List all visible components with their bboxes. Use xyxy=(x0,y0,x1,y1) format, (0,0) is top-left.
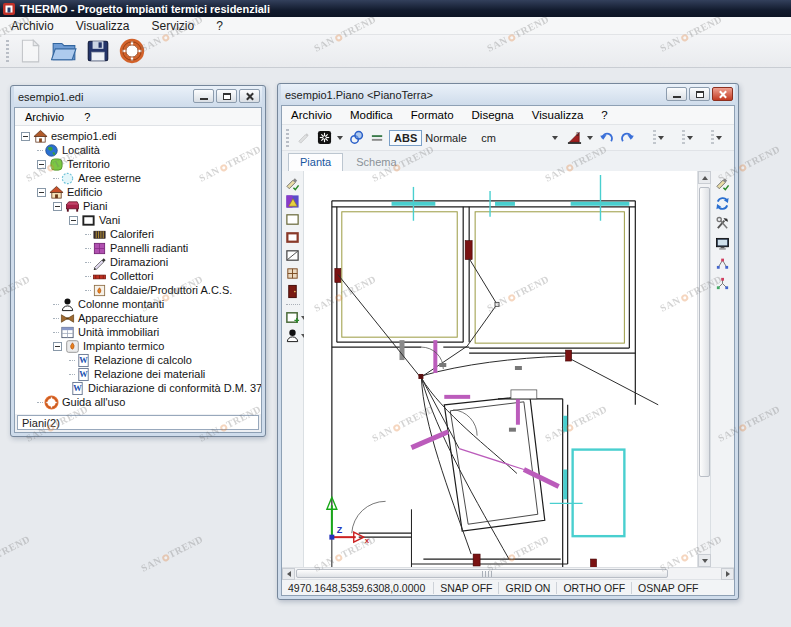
horizontal-scrollbar[interactable] xyxy=(282,567,734,579)
grid-toggle[interactable]: GRID ON xyxy=(498,582,556,594)
horizontal-scroll-thumb[interactable] xyxy=(296,569,668,578)
tree-item[interactable]: Impianto termico xyxy=(15,339,261,353)
main-menu-visualizza[interactable]: Visualizza xyxy=(65,18,141,34)
maximize-button[interactable] xyxy=(216,89,237,103)
minimize-button[interactable] xyxy=(666,87,687,101)
pen-check-icon[interactable] xyxy=(714,175,732,192)
scroll-down-button[interactable] xyxy=(698,554,711,567)
window-small-icon[interactable] xyxy=(284,265,302,282)
undo-icon[interactable] xyxy=(597,129,615,147)
column-person-icon[interactable] xyxy=(284,327,302,344)
floor-plan-window[interactable]: esempio1.Piano <PianoTerra> ArchivioModi… xyxy=(277,83,739,600)
snap-dropdown-caret[interactable] xyxy=(337,136,343,140)
snap-toggle[interactable]: SNAP OFF xyxy=(433,582,498,594)
tree-window-titlebar[interactable]: esempio1.edi xyxy=(14,86,262,107)
tree-item[interactable]: esempio1.edi xyxy=(15,129,261,143)
tree-connector xyxy=(37,150,43,151)
angle-tool-icon[interactable]: 0 xyxy=(565,129,583,147)
tree-item[interactable]: Piani xyxy=(15,199,261,213)
tree-expander[interactable] xyxy=(37,160,46,169)
scroll-right-button[interactable] xyxy=(721,568,734,580)
plan-menu-archivio[interactable]: Archivio xyxy=(282,108,341,122)
tree-item[interactable]: Guida all'uso xyxy=(15,395,261,409)
angle-dropdown-caret[interactable] xyxy=(587,136,593,140)
close-button[interactable] xyxy=(712,87,733,101)
tree-expander[interactable] xyxy=(53,202,62,211)
snap-settings-icon[interactable] xyxy=(315,129,333,147)
plan-menu-modifica[interactable]: Modifica xyxy=(341,108,402,122)
ortho-toggle[interactable]: ORTHO OFF xyxy=(556,582,631,594)
close-button[interactable] xyxy=(239,89,260,103)
tools-icon[interactable] xyxy=(714,215,732,232)
plan-menu-formato[interactable]: Formato xyxy=(402,108,463,122)
tree-item[interactable]: Collettori xyxy=(15,269,261,283)
tree-item[interactable]: Aree esterne xyxy=(15,171,261,185)
main-menu-?[interactable]: ? xyxy=(205,18,234,34)
main-menu-archivio[interactable]: Archivio xyxy=(0,18,65,34)
plan-window-titlebar[interactable]: esempio1.Piano <PianoTerra> xyxy=(281,84,735,105)
color-tool-icon[interactable] xyxy=(284,193,302,210)
osnap-toggle[interactable]: OSNAP OFF xyxy=(631,582,704,594)
draw-tool-icon[interactable] xyxy=(294,129,312,147)
tab-schema[interactable]: Schema xyxy=(345,154,407,171)
tree-item-label: Territorio xyxy=(67,158,110,170)
tree-expander[interactable] xyxy=(21,132,30,141)
floor-plan-canvas[interactable]: Z x xyxy=(304,171,697,567)
units-combobox[interactable]: cm xyxy=(478,129,562,146)
vertical-scroll-thumb[interactable] xyxy=(699,187,710,477)
plan-menu-visualizza[interactable]: Visualizza xyxy=(523,108,593,122)
insert-rect-icon[interactable] xyxy=(284,309,302,326)
monitor-icon[interactable] xyxy=(714,235,732,252)
toolbar-overflow-3[interactable] xyxy=(711,130,723,146)
tree-item[interactable]: Unità immobiliari xyxy=(15,325,261,339)
scroll-up-button[interactable] xyxy=(698,171,711,184)
tree-item[interactable]: Caldaie/Produttori A.C.S. xyxy=(15,283,261,297)
save-button[interactable] xyxy=(83,37,113,65)
maximize-button[interactable] xyxy=(689,87,710,101)
tree-item[interactable]: Colonne montanti xyxy=(15,297,261,311)
node-a-icon[interactable] xyxy=(714,255,732,272)
rect-thick-icon[interactable] xyxy=(284,229,302,246)
redo-icon[interactable] xyxy=(618,129,636,147)
help-button[interactable] xyxy=(117,37,147,65)
tree-item[interactable]: Apparecchiature xyxy=(15,311,261,325)
tree-item[interactable]: Caloriferi xyxy=(15,227,261,241)
plan-menu-?[interactable]: ? xyxy=(592,108,616,122)
scroll-left-button[interactable] xyxy=(282,568,295,580)
tree-item[interactable]: WRelazione di calcolo xyxy=(15,353,261,367)
node-b-icon[interactable] xyxy=(714,275,732,292)
tree-item[interactable]: Territorio xyxy=(15,157,261,171)
tree-item[interactable]: Edificio xyxy=(15,185,261,199)
toolbar-overflow-2[interactable] xyxy=(682,130,694,146)
rect-thin-icon[interactable] xyxy=(284,211,302,228)
tree-menu-?[interactable]: ? xyxy=(74,110,100,124)
tree-item[interactable]: WRelazione dei materiali xyxy=(15,367,261,381)
open-button[interactable] xyxy=(49,37,79,65)
tree-item[interactable]: Vani xyxy=(15,213,261,227)
rect-diagonal-icon[interactable] xyxy=(284,247,302,264)
tree-item[interactable]: Località xyxy=(15,143,261,157)
main-menu-servizio[interactable]: Servizio xyxy=(141,18,206,34)
refresh-icon[interactable] xyxy=(714,195,732,212)
door-icon[interactable] xyxy=(284,283,302,300)
toolbar-overflow-1[interactable] xyxy=(653,130,665,146)
plan-menu-disegna[interactable]: Disegna xyxy=(463,108,523,122)
osnap-rings-icon[interactable] xyxy=(347,129,365,147)
vertical-scrollbar[interactable] xyxy=(697,171,710,567)
abs-toggle-button[interactable]: ABS xyxy=(389,130,422,146)
line-style-icon[interactable] xyxy=(368,129,386,147)
pen-check-icon[interactable] xyxy=(284,175,302,192)
line-type-combobox[interactable]: Normale xyxy=(425,132,475,144)
tree-expander[interactable] xyxy=(37,188,46,197)
tree-item[interactable]: Pannelli radianti xyxy=(15,241,261,255)
project-tree[interactable]: esempio1.ediLocalitàTerritorioAree ester… xyxy=(15,126,261,414)
minimize-button[interactable] xyxy=(193,89,214,103)
tree-menu-archivio[interactable]: Archivio xyxy=(15,110,74,124)
project-tree-window[interactable]: esempio1.edi Archivio? esempio1.ediLocal… xyxy=(10,85,266,437)
tab-pianta[interactable]: Pianta xyxy=(288,153,343,171)
tree-expander[interactable] xyxy=(69,216,78,225)
ucs-x-label: x xyxy=(365,536,370,545)
tree-item[interactable]: WDichiarazione di conformità D.M. 37/08 xyxy=(15,381,261,395)
tree-item[interactable]: Diramazioni xyxy=(15,255,261,269)
tree-expander[interactable] xyxy=(53,342,62,351)
